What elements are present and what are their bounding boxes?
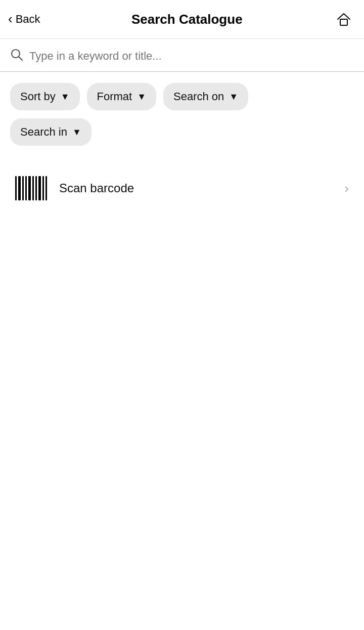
search-in-button[interactable]: Search in ▼ [10,118,92,146]
scan-section: Scan barcode › [0,166,364,211]
search-in-label: Search in [20,125,67,139]
sort-by-button[interactable]: Sort by ▼ [10,83,80,110]
chevron-left-icon: ‹ [8,12,13,25]
home-icon [336,11,352,27]
scan-left: Scan barcode [15,176,134,200]
search-on-dropdown-icon: ▼ [229,92,238,102]
filter-row-1: Sort by ▼ Format ▼ Search on ▼ [0,72,364,110]
search-in-dropdown-icon: ▼ [72,127,81,138]
format-button[interactable]: Format ▼ [87,83,157,110]
chevron-right-icon: › [344,181,349,196]
format-dropdown-icon: ▼ [137,92,146,102]
filter-row-2: Search in ▼ [0,110,364,146]
svg-point-1 [12,50,20,58]
scan-barcode-button[interactable]: Scan barcode › [10,166,354,211]
home-button[interactable] [334,9,354,29]
search-bar-container [0,39,364,72]
svg-line-2 [19,57,23,61]
svg-rect-0 [340,19,347,25]
sort-by-dropdown-icon: ▼ [61,92,70,102]
search-on-label: Search on [173,90,224,103]
search-input[interactable] [29,50,354,63]
back-label: Back [16,13,40,26]
barcode-icon [15,176,47,200]
sort-by-label: Sort by [20,90,56,103]
search-icon [10,48,23,64]
app-header: ‹ Back Search Catalogue [0,0,364,39]
scan-label: Scan barcode [59,181,134,195]
search-bar [10,48,354,71]
search-on-button[interactable]: Search on ▼ [163,83,248,110]
format-label: Format [97,90,132,103]
page-title: Search Catalogue [40,12,334,27]
back-button[interactable]: ‹ Back [8,13,40,26]
